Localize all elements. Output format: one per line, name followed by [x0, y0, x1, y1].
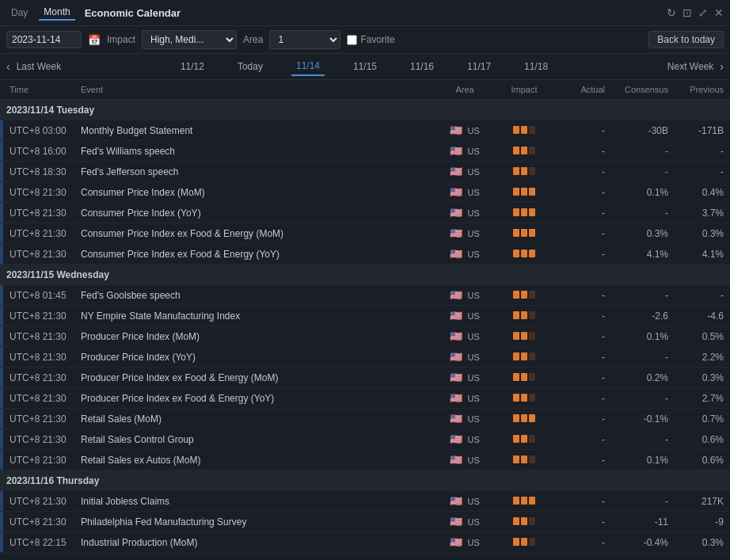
table-row[interactable]: UTC+8 21:30 Producer Price Index (YoY) 🇺…: [0, 347, 730, 368]
flag-icon: 🇺🇸: [450, 310, 462, 322]
row-previous: 217K: [675, 491, 730, 512]
tab-1115[interactable]: 11/15: [348, 57, 382, 76]
table-row[interactable]: UTC+8 21:30 Producer Price Index (MoM) 🇺…: [0, 326, 730, 347]
row-consensus: -0.1%: [611, 409, 675, 429]
tab-today[interactable]: Today: [233, 57, 268, 76]
window-icon[interactable]: ⊡: [682, 6, 692, 19]
impact-select[interactable]: High, Medi... High Medium Low: [142, 30, 237, 49]
row-previous: -: [675, 141, 730, 162]
col-consensus: Consensus: [611, 80, 675, 100]
tab-1116[interactable]: 11/16: [405, 57, 439, 76]
table-row[interactable]: UTC+8 21:30 Retail Sales ex Autos (MoM) …: [0, 450, 730, 470]
row-actual: -: [556, 409, 611, 429]
flag-icon: 🇺🇸: [450, 516, 462, 528]
row-area: 🇺🇸 US: [437, 388, 492, 409]
next-week-button[interactable]: Next Week: [661, 59, 720, 74]
row-actual: -: [556, 162, 611, 182]
flag-icon: 🇺🇸: [450, 413, 462, 425]
table-row[interactable]: UTC+8 21:30 Consumer Price Index (YoY) 🇺…: [0, 203, 730, 223]
row-actual: -: [556, 450, 611, 470]
row-area: 🇺🇸 US: [437, 223, 492, 244]
nav-bar: ‹ Last Week 11/12 Today 11/14 11/15 11/1…: [0, 54, 730, 80]
table-row[interactable]: UTC+8 18:30 Fed's Jefferson speech 🇺🇸 US…: [0, 162, 730, 182]
row-actual: -: [556, 306, 611, 326]
col-previous: Previous: [675, 80, 730, 100]
table-row[interactable]: UTC+8 21:30 Consumer Price Index ex Food…: [0, 244, 730, 265]
date-input[interactable]: [6, 31, 82, 48]
table-row[interactable]: UTC+8 21:30 Retail Sales Control Group 🇺…: [0, 429, 730, 450]
row-area: 🇺🇸 US: [437, 450, 492, 470]
row-area: 🇺🇸 US: [437, 347, 492, 368]
row-previous: 2.7%: [675, 388, 730, 409]
row-indicator: [0, 388, 3, 409]
row-time: UTC+8 21:30: [3, 429, 74, 450]
tab-1118[interactable]: 11/18: [519, 57, 553, 76]
tab-1117[interactable]: 11/17: [462, 57, 496, 76]
row-actual: -: [556, 120, 611, 141]
row-impact: [492, 368, 556, 388]
row-impact: [492, 162, 556, 182]
table-row[interactable]: UTC+8 21:30 Producer Price Index ex Food…: [0, 388, 730, 409]
table-row[interactable]: UTC+8 01:45 Fed's Goolsbee speech 🇺🇸 US …: [0, 285, 730, 306]
close-icon[interactable]: ✕: [714, 6, 724, 19]
row-impact: [492, 182, 556, 203]
row-time: UTC+8 21:30: [3, 223, 74, 244]
expand-icon[interactable]: ⤢: [698, 6, 708, 19]
row-indicator: [0, 368, 3, 388]
row-previous: 0.3%: [675, 223, 730, 244]
tab-1114[interactable]: 11/14: [291, 57, 325, 76]
area-code: US: [468, 373, 480, 383]
row-indicator: [0, 491, 3, 512]
impact-label: Impact: [107, 34, 135, 45]
area-code: US: [468, 250, 480, 259]
col-time: Time: [3, 80, 74, 100]
row-indicator: [0, 409, 3, 429]
row-actual: -: [556, 326, 611, 347]
table-row[interactable]: UTC+8 21:30 NY Empire State Manufacturin…: [0, 306, 730, 326]
row-previous: -4.6: [675, 306, 730, 326]
row-area: 🇺🇸 US: [437, 429, 492, 450]
row-event: Consumer Price Index (MoM): [74, 182, 437, 203]
table-row[interactable]: UTC+8 03:00 Monthly Budget Statement 🇺🇸 …: [0, 120, 730, 141]
row-time: UTC+8 21:30: [3, 244, 74, 265]
table-row[interactable]: UTC+8 21:30 Retail Sales (MoM) 🇺🇸 US - -…: [0, 409, 730, 429]
last-week-button[interactable]: Last Week: [10, 59, 67, 74]
favorite-checkbox-label[interactable]: Favorite: [347, 34, 394, 45]
row-area: 🇺🇸 US: [437, 532, 492, 553]
row-area: 🇺🇸 US: [437, 512, 492, 532]
area-code: US: [468, 332, 480, 341]
table-row[interactable]: UTC+8 21:30 Producer Price Index ex Food…: [0, 368, 730, 388]
section-header-1: 2023/11/15 Wednesday: [0, 265, 730, 286]
back-today-button[interactable]: Back to today: [648, 31, 724, 48]
row-event: Industrial Production (MoM): [74, 532, 437, 553]
row-area: 🇺🇸 US: [437, 120, 492, 141]
tab-1112[interactable]: 11/12: [176, 57, 209, 76]
row-consensus: -: [611, 347, 675, 368]
favorite-checkbox[interactable]: [347, 35, 357, 45]
row-time: UTC+8 21:30: [3, 388, 74, 409]
row-actual: -: [556, 223, 611, 244]
area-code: US: [468, 291, 480, 300]
table-row[interactable]: UTC+8 21:30 Initial Jobless Claims 🇺🇸 US…: [0, 491, 730, 512]
section-header-2: 2023/11/16 Thursday: [0, 470, 730, 492]
table-row[interactable]: UTC+8 21:30 Philadelphia Fed Manufacturi…: [0, 512, 730, 532]
area-code: US: [468, 126, 480, 135]
row-indicator: [0, 203, 3, 223]
area-code: US: [468, 414, 480, 424]
row-event: Initial Jobless Claims: [74, 491, 437, 512]
table-row[interactable]: UTC+8 16:00 Fed's Williams speech 🇺🇸 US …: [0, 141, 730, 162]
tab-month[interactable]: Month: [39, 5, 74, 21]
table-row[interactable]: UTC+8 21:30 Consumer Price Index ex Food…: [0, 223, 730, 244]
area-select[interactable]: 1 US EU: [269, 30, 340, 49]
tab-day[interactable]: Day: [6, 6, 32, 20]
row-area: 🇺🇸 US: [437, 326, 492, 347]
table-row[interactable]: UTC+8 22:15 Industrial Production (MoM) …: [0, 532, 730, 553]
flag-icon: 🇺🇸: [450, 166, 462, 177]
row-impact: [492, 203, 556, 223]
refresh-icon[interactable]: ↻: [667, 6, 676, 19]
table-row[interactable]: UTC+8 21:30 Consumer Price Index (MoM) 🇺…: [0, 182, 730, 203]
flag-icon: 🇺🇸: [450, 392, 462, 404]
table-container: Time Event Area Impact Actual Consensus …: [0, 80, 730, 553]
row-consensus: -: [611, 285, 675, 306]
row-consensus: -: [611, 429, 675, 450]
